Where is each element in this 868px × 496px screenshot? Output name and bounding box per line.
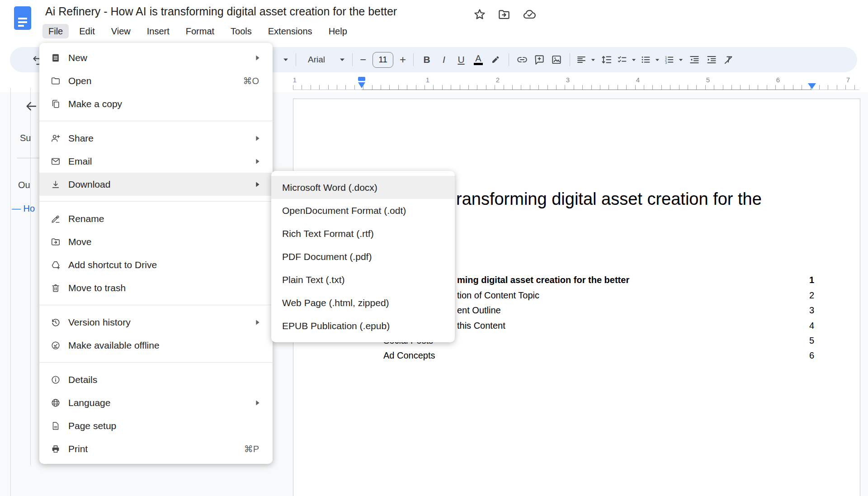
toc-row[interactable]: this Content 4: [457, 321, 814, 333]
menu-file[interactable]: File: [42, 24, 69, 38]
menu-item-download[interactable]: Download: [39, 173, 273, 196]
document-name[interactable]: Ai Refinery - How AI is transforming dig…: [45, 5, 397, 18]
left-indent-marker[interactable]: [358, 82, 365, 88]
star-icon[interactable]: [473, 8, 486, 21]
submenu-arrow-icon: [255, 400, 273, 406]
download-submenu: Microsoft Word (.docx) OpenDocument Form…: [271, 171, 455, 342]
text-color-button[interactable]: A: [470, 51, 487, 68]
submenu-arrow-icon: [255, 55, 273, 61]
menu-item-label: Make available offline: [68, 340, 160, 351]
toc-entry-text[interactable]: this Content: [457, 321, 505, 331]
sidebar-summary-label: Su: [20, 133, 31, 143]
toc-page-number: 3: [787, 305, 814, 316]
first-line-indent-marker[interactable]: [358, 77, 365, 81]
menu-format[interactable]: Format: [180, 24, 220, 38]
underline-button[interactable]: U: [453, 51, 470, 68]
increase-indent-icon[interactable]: [703, 51, 720, 68]
menu-extensions[interactable]: Extensions: [262, 24, 318, 38]
checklist-icon[interactable]: [615, 51, 629, 68]
menu-item-language[interactable]: Language: [39, 391, 273, 414]
sidebar-outline-item[interactable]: — Ho: [12, 203, 35, 214]
toc-entry-text[interactable]: ent Outline: [457, 305, 501, 316]
ruler-label: 1: [426, 76, 429, 84]
submenu-item-rtf[interactable]: Rich Text Format (.rtf): [271, 222, 455, 245]
toolbar-divider: [413, 53, 414, 66]
bulleted-list-icon[interactable]: [639, 51, 652, 68]
italic-button[interactable]: I: [435, 51, 453, 68]
ruler-label: 7: [846, 76, 850, 84]
align-left-icon[interactable]: [575, 51, 588, 68]
align-dropdown-caret-icon[interactable]: [591, 58, 595, 61]
menu-divider: [39, 357, 273, 368]
menu-item-print[interactable]: Print ⌘P: [39, 437, 273, 460]
menu-help[interactable]: Help: [323, 24, 353, 38]
decrease-indent-icon[interactable]: [686, 51, 703, 68]
menu-item-make-available-offline[interactable]: Make available offline: [39, 334, 273, 357]
menu-tools[interactable]: Tools: [225, 24, 258, 38]
submenu-item-odt[interactable]: OpenDocument Format (.odt): [271, 199, 455, 222]
toc-entry-text[interactable]: ming digital asset creation for the bett…: [457, 275, 629, 285]
right-indent-marker[interactable]: [808, 83, 816, 89]
insert-image-icon[interactable]: [548, 51, 565, 68]
menu-item-move[interactable]: Move: [39, 230, 273, 253]
line-spacing-icon[interactable]: [598, 51, 615, 68]
sidebar-outline-label: Ou: [18, 180, 30, 190]
toolbar-divider: [352, 53, 353, 66]
submenu-item-epub[interactable]: EPUB Publication (.epub): [271, 314, 455, 337]
menu-item-label: Share: [68, 133, 94, 144]
highlight-color-button[interactable]: [487, 51, 504, 68]
numbered-list-caret-icon[interactable]: [679, 58, 683, 61]
menu-item-make-a-copy[interactable]: Make a copy: [39, 92, 273, 115]
font-size-input[interactable]: 11: [373, 52, 393, 68]
menu-item-details[interactable]: Details: [39, 368, 273, 391]
add-to-drive-icon: [51, 260, 61, 270]
toc-row[interactable]: ming digital asset creation for the bett…: [457, 275, 814, 287]
cloud-saved-icon[interactable]: [523, 8, 537, 21]
toolbar-divider: [570, 53, 570, 66]
globe-icon: [51, 398, 61, 408]
ruler-label: 5: [706, 76, 710, 84]
submenu-item-txt[interactable]: Plain Text (.txt): [271, 268, 455, 291]
bold-button[interactable]: B: [418, 51, 435, 68]
bulleted-list-caret-icon[interactable]: [655, 58, 660, 61]
toc-entry-text[interactable]: Ad Concepts: [383, 350, 435, 361]
move-folder-icon[interactable]: [497, 8, 511, 21]
toc-page-number: 2: [787, 290, 814, 301]
numbered-list-icon[interactable]: 123: [662, 51, 676, 68]
checklist-dropdown-caret-icon[interactable]: [632, 58, 636, 61]
ruler-label: 3: [566, 76, 570, 84]
submenu-arrow-icon: [255, 182, 273, 187]
font-family-select[interactable]: Arial: [308, 55, 325, 65]
menu-item-add-shortcut-to-drive[interactable]: Add shortcut to Drive: [39, 253, 273, 276]
menu-item-rename[interactable]: Rename: [39, 207, 273, 230]
toc-entry-text[interactable]: tion of Content Topic: [457, 290, 539, 301]
font-dropdown-caret-icon[interactable]: [340, 58, 345, 61]
decrease-font-size-button[interactable]: −: [357, 53, 369, 66]
menu-edit[interactable]: Edit: [73, 24, 100, 38]
clear-formatting-icon[interactable]: [720, 51, 737, 68]
menu-item-email[interactable]: Email: [39, 150, 273, 173]
toc-row[interactable]: tion of Content Topic 2: [457, 290, 814, 302]
menu-item-label: Email: [68, 156, 92, 167]
menu-insert[interactable]: Insert: [141, 24, 175, 38]
submenu-item-docx[interactable]: Microsoft Word (.docx): [271, 176, 455, 199]
submenu-item-html[interactable]: Web Page (.html, zipped): [271, 291, 455, 314]
back-arrow-icon[interactable]: [24, 99, 38, 113]
increase-font-size-button[interactable]: +: [397, 53, 409, 66]
toc-row[interactable]: ent Outline 3: [457, 305, 814, 317]
menu-item-new[interactable]: New: [39, 46, 273, 69]
menu-item-share[interactable]: Share: [39, 127, 273, 150]
menu-item-open[interactable]: Open ⌘O: [39, 69, 273, 92]
google-docs-logo[interactable]: [14, 6, 32, 30]
menu-item-version-history[interactable]: Version history: [39, 311, 273, 334]
menu-view[interactable]: View: [105, 24, 137, 38]
menu-item-page-setup[interactable]: Page setup: [39, 414, 273, 437]
svg-text:3: 3: [665, 61, 667, 65]
insert-link-icon[interactable]: [514, 51, 531, 68]
person-add-icon: [51, 133, 61, 143]
menu-item-move-to-trash[interactable]: Move to trash: [39, 276, 273, 299]
add-comment-icon[interactable]: [531, 51, 548, 68]
toc-row[interactable]: Ad Concepts 6: [383, 350, 814, 363]
styles-dropdown-caret-icon[interactable]: [283, 58, 288, 61]
submenu-item-pdf[interactable]: PDF Document (.pdf): [271, 245, 455, 268]
